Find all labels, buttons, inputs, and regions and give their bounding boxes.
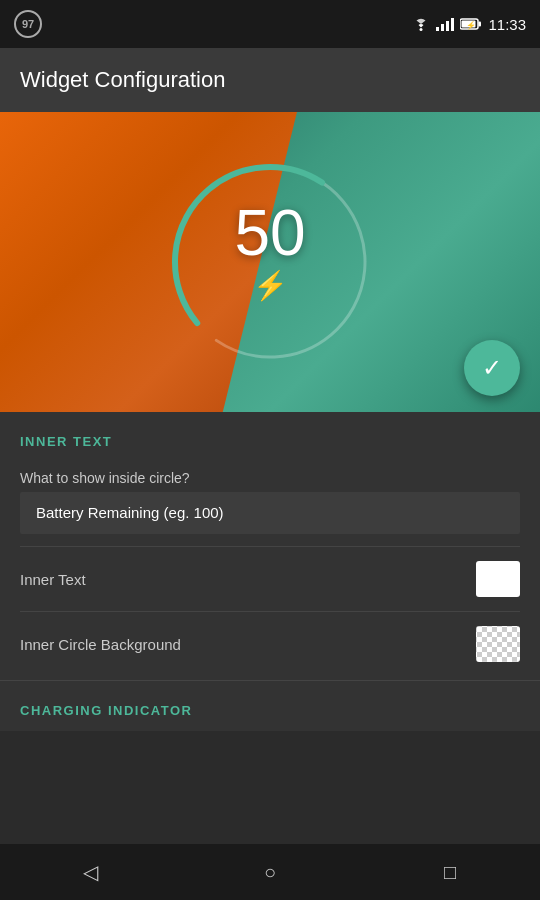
- app-bar: Widget Configuration: [0, 48, 540, 112]
- page-title: Widget Configuration: [20, 67, 225, 93]
- inner-text-color-label: Inner Text: [20, 571, 86, 588]
- battery-icon: ⚡: [460, 17, 482, 31]
- nav-back-button[interactable]: ◁: [60, 844, 120, 900]
- confirm-fab[interactable]: ✓: [464, 340, 520, 396]
- inner-text-dropdown[interactable]: Battery Remaining (eg. 100): [20, 492, 520, 534]
- status-bar: 97 ⚡ 11:33: [0, 0, 540, 48]
- inner-text-title: INNER TEXT: [20, 434, 112, 449]
- status-time: 11:33: [488, 16, 526, 33]
- inner-text-section-header: INNER TEXT: [0, 412, 540, 458]
- svg-rect-2: [479, 22, 482, 27]
- recent-icon: □: [444, 861, 456, 884]
- status-right: ⚡ 11:33: [412, 16, 526, 33]
- what-to-show-setting: What to show inside circle? Battery Rema…: [0, 458, 540, 546]
- inner-circle-bg-swatch[interactable]: [476, 626, 520, 662]
- home-icon: ○: [264, 861, 276, 884]
- status-left: 97: [14, 10, 42, 38]
- charging-indicator-title: CHARGING INDICATOR: [20, 703, 192, 718]
- signal-icon: [436, 17, 454, 31]
- inner-text-color-swatch[interactable]: [476, 561, 520, 597]
- inner-circle-bg-color-row[interactable]: Inner Circle Background: [0, 612, 540, 676]
- inner-text-color-row[interactable]: Inner Text: [0, 547, 540, 611]
- gauge-container: 50 ⚡: [160, 152, 380, 372]
- lightning-icon: ⚡: [234, 269, 305, 302]
- inner-circle-bg-label: Inner Circle Background: [20, 636, 181, 653]
- charging-section-header: CHARGING INDICATOR: [0, 680, 540, 731]
- gauge-text: 50 ⚡: [234, 201, 305, 302]
- settings-panel: INNER TEXT What to show inside circle? B…: [0, 412, 540, 731]
- back-icon: ◁: [83, 860, 98, 884]
- svg-point-0: [420, 28, 423, 31]
- dropdown-selected-value: Battery Remaining (eg. 100): [36, 504, 224, 521]
- check-icon: ✓: [482, 354, 502, 382]
- wifi-icon: [412, 17, 430, 31]
- svg-text:⚡: ⚡: [466, 20, 476, 30]
- widget-preview: 50 ⚡ ✓: [0, 112, 540, 412]
- status-indicator: 97: [14, 10, 42, 38]
- nav-home-button[interactable]: ○: [240, 844, 300, 900]
- bottom-nav: ◁ ○ □: [0, 844, 540, 900]
- what-to-show-label: What to show inside circle?: [20, 470, 520, 486]
- gauge-value: 50: [234, 201, 305, 265]
- nav-recent-button[interactable]: □: [420, 844, 480, 900]
